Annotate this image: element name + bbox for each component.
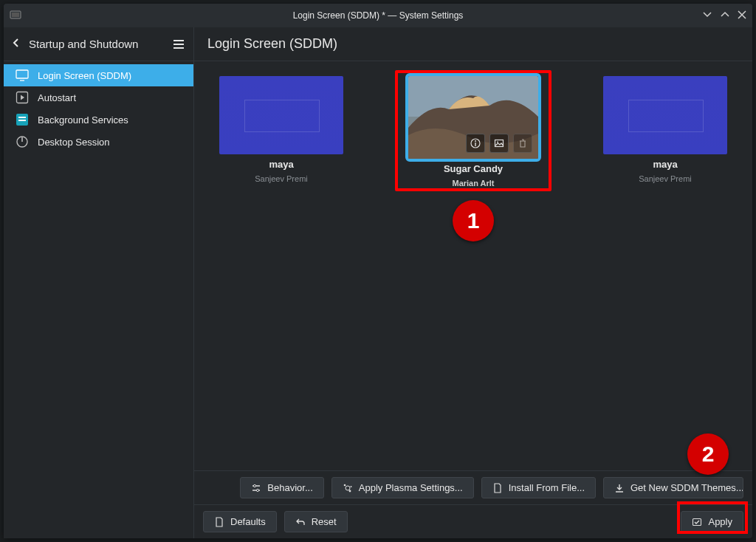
sidebar-item-label: Background Services [38,114,128,126]
download-icon [614,483,625,493]
svg-rect-6 [18,120,26,121]
sidebar-item-label: Desktop Session [38,137,110,148]
theme-card-sugar-candy[interactable] [408,76,538,159]
svg-rect-2 [16,70,28,78]
main-panel: Login Screen (SDDM) maya Sanjeev Premi [194,27,752,538]
reset-button[interactable]: Reset [284,511,348,532]
sidebar-back-button[interactable]: Startup and Shutdown [11,38,138,50]
hamburger-menu-icon[interactable] [171,37,186,52]
undo-icon [295,517,306,527]
theme-thumbnail [219,76,343,154]
titlebar: Login Screen (SDDM) * — System Settings [4,4,752,27]
svg-rect-1 [12,13,19,17]
button-label: Install From File... [509,482,585,493]
install-from-file-button[interactable]: Install From File... [481,477,596,498]
defaults-button[interactable]: Defaults [203,511,277,532]
sidebar-item-background-services[interactable]: Background Services [4,109,193,131]
svg-point-17 [346,486,350,490]
theme-name-label: maya [269,159,293,170]
page-title: Login Screen (SDDM) [194,27,752,61]
document-icon [492,483,503,493]
svg-point-20 [348,490,351,492]
theme-card-maya-1[interactable]: maya Sanjeev Premi [207,76,355,188]
document-revert-icon [214,517,224,527]
plasma-icon [343,483,353,493]
get-new-themes-button[interactable]: Get New SDDM Themes... [603,477,743,498]
sidebar-item-autostart[interactable]: Autostart [4,86,193,109]
button-label: Get New SDDM Themes... [630,482,743,493]
power-icon [16,135,29,148]
theme-name-label: maya [653,159,677,170]
svg-point-16 [257,489,259,491]
window-title: Login Screen (SDDM) * — System Settings [293,10,464,21]
button-label: Behavior... [267,482,312,493]
svg-point-11 [475,140,476,142]
monitor-icon [16,69,29,82]
sidebar-item-label: Autostart [38,92,76,103]
sidebar-back-label: Startup and Shutdown [29,38,138,50]
theme-thumbnail [603,76,727,154]
chevron-left-icon [11,38,21,50]
button-label: Defaults [230,516,266,527]
system-settings-window: Login Screen (SDDM) * — System Settings … [4,4,752,538]
button-label: Reset [312,516,337,527]
sliders-icon [251,483,261,493]
sidebar-item-desktop-session[interactable]: Desktop Session [4,131,193,153]
annotation-badge-1: 1 [453,200,494,241]
theme-preview-button[interactable] [489,134,509,153]
theme-delete-button[interactable] [513,134,532,153]
annotation-box-2 [677,501,748,534]
apply-plasma-settings-button[interactable]: Apply Plasma Settings... [331,477,474,498]
svg-rect-13 [495,140,504,147]
sidebar-item-label: Login Screen (SDDM) [38,70,131,81]
svg-point-18 [343,484,346,486]
play-square-icon [16,91,29,104]
svg-rect-12 [475,143,475,146]
sidebar-item-login-screen[interactable]: Login Screen (SDDM) [4,64,193,86]
window-minimize-icon[interactable] [702,10,712,22]
sidebar: Startup and Shutdown Login Screen (SDDM)… [4,27,194,538]
svg-point-15 [254,484,256,487]
svg-rect-5 [18,117,26,118]
svg-point-14 [497,142,498,143]
theme-card-maya-2[interactable]: maya Sanjeev Premi [591,76,739,188]
services-icon [16,113,29,126]
app-icon [10,10,21,21]
theme-gallery: maya Sanjeev Premi [194,61,752,470]
svg-point-19 [350,486,351,487]
action-toolbar: Behavior... Apply Plasma Settings... Ins… [194,470,752,504]
dialog-button-bar: Defaults Reset Apply [194,504,752,538]
theme-info-button[interactable] [466,134,485,153]
window-close-icon[interactable] [738,10,746,22]
behavior-button[interactable]: Behavior... [240,477,323,498]
window-maximize-icon[interactable] [720,10,730,22]
theme-author-label: Sanjeev Premi [255,174,308,183]
button-label: Apply Plasma Settings... [359,482,463,493]
annotation-badge-2: 2 [687,433,729,475]
theme-author-label: Sanjeev Premi [639,174,692,183]
